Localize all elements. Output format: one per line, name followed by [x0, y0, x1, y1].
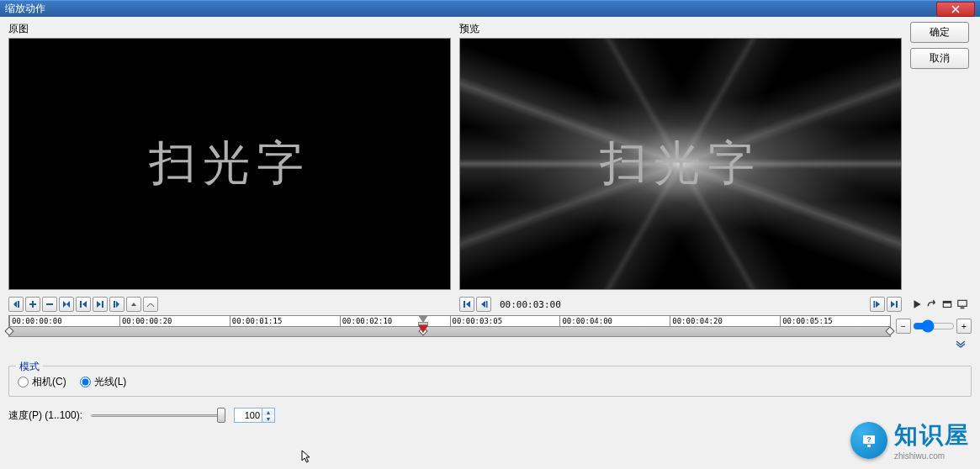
svg-rect-2: [80, 301, 82, 308]
close-button[interactable]: [936, 2, 975, 17]
watermark-main: 知识屋: [894, 419, 970, 451]
timeline-track[interactable]: [8, 327, 891, 337]
original-content-text: 扫光字: [149, 132, 310, 196]
mode-camera-input[interactable]: [18, 377, 29, 387]
preview-column: 预览 扫光字: [459, 22, 902, 290]
svg-rect-3: [102, 301, 103, 308]
zoom-in-button[interactable]: +: [956, 319, 972, 334]
keyframe-marker[interactable]: [885, 326, 894, 335]
svg-rect-12: [961, 308, 965, 309]
preview-label: 预览: [459, 22, 902, 36]
monitor-button[interactable]: [956, 298, 969, 311]
mode-camera-radio[interactable]: 相机(C): [18, 375, 66, 389]
go-end-button[interactable]: [887, 297, 902, 312]
mode-legend: 模式: [16, 360, 43, 374]
ruler-tick: 00:00:04:20: [670, 316, 723, 328]
step-back-button[interactable]: [476, 297, 491, 312]
step-forward-button[interactable]: [870, 297, 885, 312]
ruler-tick: 00:00:01:15: [230, 316, 283, 328]
keyframe-next-inner-button[interactable]: [93, 297, 108, 312]
ruler-tick: 00:00:05:15: [780, 316, 833, 328]
svg-rect-0: [18, 301, 19, 308]
mode-light-radio[interactable]: 光线(L): [80, 375, 127, 389]
svg-text:?: ?: [866, 435, 871, 444]
effect-preview: 扫光字: [459, 38, 902, 290]
zoom-slider[interactable]: [913, 320, 955, 332]
ruler-tick: 00:00:02:10: [340, 316, 393, 328]
original-column: 原图 扫光字: [8, 22, 451, 290]
mode-light-input[interactable]: [80, 377, 91, 387]
preview-content-text: 扫光字: [600, 132, 761, 196]
keyframe-remove-button[interactable]: [42, 297, 57, 312]
close-icon: [951, 5, 961, 13]
window-button[interactable]: [940, 298, 954, 311]
original-label: 原图: [8, 22, 451, 36]
speed-input[interactable]: [234, 408, 262, 423]
titlebar-text: 缩放动作: [5, 2, 936, 16]
ruler-tick: 00:00:03:05: [450, 316, 503, 328]
keyframe-prev-button[interactable]: [76, 297, 91, 312]
keyframe-move-button[interactable]: [126, 297, 141, 312]
go-start-button[interactable]: [459, 297, 474, 312]
watermark-icon: ?: [850, 422, 887, 459]
svg-rect-5: [464, 301, 465, 308]
speed-slider[interactable]: [91, 407, 225, 424]
ruler-tick: 00:00:00:00: [9, 316, 62, 328]
keyframe-add-button[interactable]: [25, 297, 40, 312]
keyframe-marker[interactable]: [4, 326, 13, 335]
keyframe-forward-button[interactable]: [109, 297, 124, 312]
svg-rect-7: [874, 301, 876, 308]
svg-rect-8: [896, 301, 898, 308]
svg-rect-14: [867, 445, 871, 447]
mode-group: 模式 相机(C) 光线(L): [8, 366, 972, 397]
play-button[interactable]: [910, 298, 924, 311]
playhead[interactable]: [418, 315, 428, 337]
speed-down-button[interactable]: ▼: [262, 415, 274, 422]
svg-rect-6: [486, 301, 488, 308]
speed-up-button[interactable]: ▲: [262, 408, 274, 415]
loop-button[interactable]: [925, 298, 939, 311]
speed-spinner[interactable]: ▲ ▼: [234, 408, 275, 423]
titlebar: 缩放动作: [0, 0, 980, 17]
svg-rect-1: [46, 303, 53, 305]
cancel-button[interactable]: 取消: [910, 48, 969, 69]
timeline-ruler[interactable]: 00:00:00:0000:00:00:2000:00:01:1500:00:0…: [8, 315, 891, 327]
ok-button[interactable]: 确定: [910, 22, 969, 43]
playback-time: 00:00:03:00: [500, 299, 561, 310]
svg-rect-10: [943, 302, 951, 303]
keyframe-back-button[interactable]: [8, 297, 24, 312]
original-preview: 扫光字: [8, 38, 451, 290]
speed-label: 速度(P) (1..100):: [8, 408, 82, 423]
ruler-tick: 00:00:04:00: [559, 316, 612, 328]
watermark: ? 知识屋 zhishiwu.com: [850, 419, 970, 461]
mode-light-label: 光线(L): [94, 375, 127, 389]
watermark-sub: zhishiwu.com: [894, 451, 945, 461]
svg-rect-11: [958, 300, 967, 306]
keyframe-ease-button[interactable]: [143, 297, 158, 312]
speed-slider-thumb[interactable]: [217, 408, 225, 423]
keyframe-reverse-button[interactable]: [59, 297, 74, 312]
side-buttons: 确定 取消: [910, 22, 969, 290]
expand-more-icon[interactable]: [955, 339, 967, 350]
svg-rect-4: [114, 301, 115, 308]
ruler-tick: 00:00:00:20: [119, 316, 172, 328]
mode-camera-label: 相机(C): [32, 375, 66, 389]
zoom-out-button[interactable]: −: [896, 319, 911, 334]
